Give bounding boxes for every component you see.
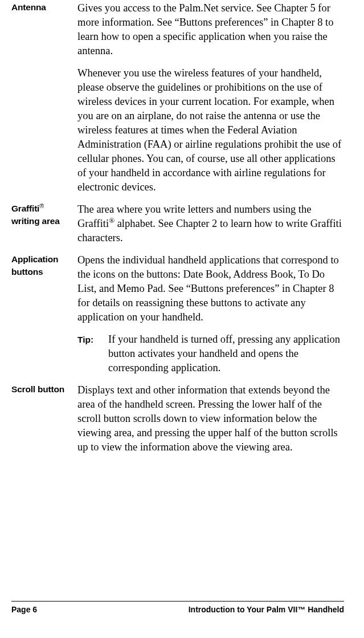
- definition-paragraph: The area where you write letters and num…: [77, 202, 344, 245]
- tip-text: If your handheld is turned off, pressing…: [108, 332, 344, 375]
- definition-entry: Application buttonsOpens the individual …: [11, 253, 344, 375]
- content-area: AntennaGives you access to the Palm.Net …: [11, 0, 344, 454]
- definition: The area where you write letters and num…: [77, 202, 344, 245]
- definition-paragraph: Opens the individual handheld applicatio…: [77, 253, 344, 324]
- chapter-title: Introduction to Your Palm VII™ Handheld: [189, 605, 344, 614]
- term: Scroll button: [11, 383, 77, 396]
- term: Antenna: [11, 1, 77, 14]
- tip: Tip:If your handheld is turned off, pres…: [77, 332, 344, 375]
- term: Application buttons: [11, 253, 77, 278]
- term: Graffiti® writing area: [11, 202, 77, 227]
- page: AntennaGives you access to the Palm.Net …: [0, 0, 364, 638]
- definition-entry: Scroll buttonDisplays text and other inf…: [11, 383, 344, 454]
- tip-label: Tip:: [77, 332, 108, 347]
- definition-entry: Graffiti® writing areaThe area where you…: [11, 202, 344, 245]
- page-footer: Page 6 Introduction to Your Palm VII™ Ha…: [11, 601, 344, 614]
- definition: Gives you access to the Palm.Net service…: [77, 1, 344, 194]
- definition-paragraph: Gives you access to the Palm.Net service…: [77, 1, 344, 58]
- definition-entry: AntennaGives you access to the Palm.Net …: [11, 1, 344, 194]
- definition-paragraph: Whenever you use the wireless features o…: [77, 66, 344, 194]
- definition-paragraph: Displays text and other information that…: [77, 383, 344, 454]
- definition: Displays text and other information that…: [77, 383, 344, 454]
- page-number: Page 6: [11, 605, 37, 614]
- definition: Opens the individual handheld applicatio…: [77, 253, 344, 375]
